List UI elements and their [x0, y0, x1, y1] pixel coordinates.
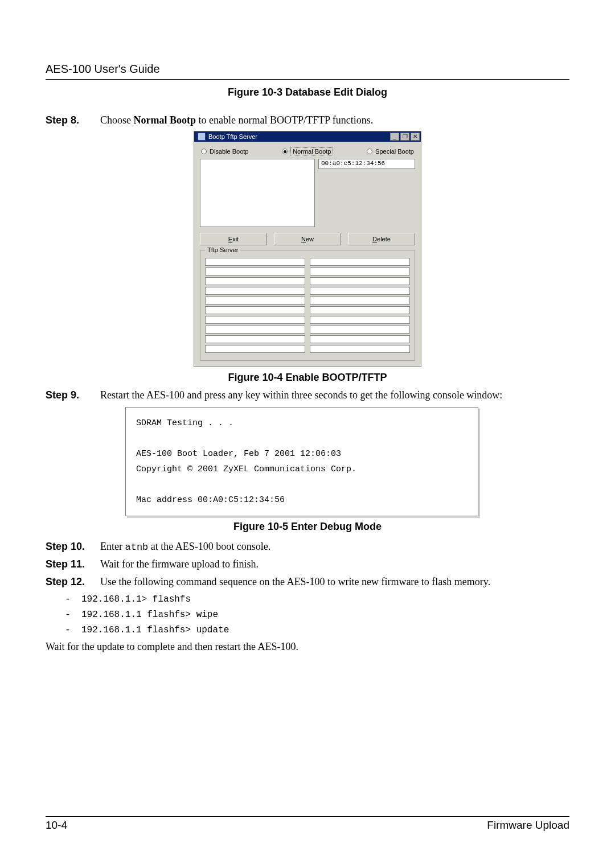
mac-address-input[interactable]: 00:a0:c5:12:34:56: [318, 159, 415, 169]
exit-rest: xit: [232, 236, 239, 242]
tftp-cell[interactable]: [205, 268, 305, 275]
tftp-row-3: [205, 277, 410, 285]
command-3: 192.168.1.1 flashfs> update: [81, 625, 229, 635]
tftp-row-10: [205, 345, 410, 353]
tftp-cell[interactable]: [310, 316, 410, 324]
step-8-body: Choose Normal Bootp to enable normal BOO…: [100, 114, 569, 126]
tftp-row-9: [205, 335, 410, 343]
tftp-cell[interactable]: [205, 326, 305, 334]
tftp-cell[interactable]: [205, 335, 305, 343]
radio-disable-label: Disable Bootp: [210, 148, 249, 155]
step-10-tt: atnb: [125, 542, 148, 553]
figure-10-4-caption: Figure 10-4 Enable BOOTP/TFTP: [46, 372, 569, 384]
step-11-body: Wait for the firmware upload to finish.: [100, 558, 569, 570]
command-row-2: - 192.168.1.1 flashfs> wipe: [66, 608, 569, 620]
tftp-row-6: [205, 306, 410, 314]
command-row-3: - 192.168.1.1 flashfs> update: [66, 623, 569, 635]
console-line-1: SDRAM Testing . . .: [136, 418, 233, 428]
step-12-label: Step 12.: [46, 576, 92, 588]
command-row-1: - 192.168.1.1> flashfs: [66, 593, 569, 604]
bootp-tftp-window: Bootp Tftp Server _ ❐ ✕ Disable Bootp No…: [194, 131, 421, 367]
step-12: Step 12. Use the following command seque…: [46, 576, 569, 588]
tftp-row-4: [205, 287, 410, 295]
command-1: 192.168.1.1> flashfs: [81, 594, 191, 604]
tftp-cell[interactable]: [310, 277, 410, 285]
radio-icon: [367, 149, 372, 154]
radio-special-bootp[interactable]: Special Bootp: [367, 147, 414, 155]
tftp-row-5: [205, 297, 410, 305]
tftp-cell[interactable]: [310, 335, 410, 343]
tftp-cell[interactable]: [310, 297, 410, 305]
mac-row: 00:a0:c5:12:34:56: [200, 159, 415, 227]
step-9: Step 9. Restart the AES-100 and press an…: [46, 389, 569, 401]
mac-list-box[interactable]: [200, 159, 315, 227]
footer-rule: [46, 816, 569, 817]
command-list: - 192.168.1.1> flashfs - 192.168.1.1 fla…: [66, 593, 569, 635]
maximize-button[interactable]: ❐: [400, 133, 409, 141]
radio-normal-label: Normal Bootp: [290, 147, 333, 155]
footer-page-number: 10-4: [46, 819, 67, 832]
tftp-row-1: [205, 258, 410, 266]
tftp-server-group: Tftp Server: [200, 250, 415, 361]
step-8-suffix: to enable normal BOOTP/TFTP functions.: [196, 114, 373, 126]
header-rule: [46, 79, 569, 80]
tftp-cell[interactable]: [310, 258, 410, 266]
button-row: Exit New Delete: [200, 233, 415, 245]
tftp-row-8: [205, 326, 410, 334]
window-title-bar[interactable]: Bootp Tftp Server _ ❐ ✕: [194, 131, 421, 142]
step-8-prefix: Choose: [100, 114, 134, 126]
radio-disable-bootp[interactable]: Disable Bootp: [201, 147, 249, 155]
exit-button[interactable]: Exit: [200, 233, 267, 245]
console-output: SDRAM Testing . . . AES-100 Boot Loader,…: [125, 407, 478, 516]
closing-text: Wait for the update to complete and then…: [46, 641, 569, 653]
step-10-prefix: Enter: [100, 541, 125, 552]
step-10: Step 10. Enter atnb at the AES-100 boot …: [46, 541, 569, 553]
tftp-group-title: Tftp Server: [205, 246, 240, 253]
radio-special-label: Special Bootp: [375, 148, 414, 155]
tftp-cell[interactable]: [310, 326, 410, 334]
figure-10-5-caption: Figure 10-5 Enter Debug Mode: [46, 521, 569, 533]
running-header: AES-100 User's Guide: [46, 63, 569, 76]
tftp-cell[interactable]: [205, 345, 305, 353]
tftp-cell[interactable]: [205, 306, 305, 314]
radio-row: Disable Bootp Normal Bootp Special Bootp: [200, 145, 415, 159]
radio-icon: [282, 149, 288, 154]
close-button[interactable]: ✕: [411, 133, 420, 141]
tftp-cell[interactable]: [205, 277, 305, 285]
tftp-row-2: [205, 268, 410, 275]
tftp-cell[interactable]: [310, 268, 410, 275]
figure-10-3-caption: Figure 10-3 Database Edit Dialog: [46, 87, 569, 98]
document-page: AES-100 User's Guide Figure 10-3 Databas…: [0, 0, 615, 868]
step-12-body: Use the following command sequence on th…: [100, 576, 569, 588]
new-rest: ew: [306, 236, 314, 242]
new-button[interactable]: New: [274, 233, 341, 245]
page-footer: 10-4 Firmware Upload: [46, 816, 569, 832]
step-11-label: Step 11.: [46, 558, 92, 570]
radio-icon: [201, 149, 207, 154]
tftp-cell[interactable]: [310, 287, 410, 295]
step-11: Step 11. Wait for the firmware upload to…: [46, 558, 569, 570]
step-8-bold: Normal Bootp: [134, 114, 196, 126]
tftp-cell[interactable]: [310, 345, 410, 353]
window-client-area: Disable Bootp Normal Bootp Special Bootp…: [194, 142, 421, 367]
tftp-cell[interactable]: [205, 287, 305, 295]
console-line-6: Mac address 00:A0:C5:12:34:56: [136, 495, 285, 505]
window-title-text: Bootp Tftp Server: [208, 133, 257, 140]
step-9-label: Step 9.: [46, 389, 92, 401]
new-underline: N: [301, 236, 306, 242]
tftp-cell[interactable]: [205, 258, 305, 266]
window-controls: _ ❐ ✕: [390, 133, 420, 141]
tftp-cell[interactable]: [205, 297, 305, 305]
minimize-button[interactable]: _: [390, 133, 399, 141]
tftp-cell[interactable]: [310, 306, 410, 314]
step-8-label: Step 8.: [46, 114, 92, 126]
delete-button[interactable]: Delete: [348, 233, 415, 245]
radio-normal-bootp[interactable]: Normal Bootp: [282, 147, 333, 155]
console-line-4: Copyright © 2001 ZyXEL Communications Co…: [136, 464, 356, 474]
tftp-cell[interactable]: [205, 316, 305, 324]
window-app-icon: [198, 133, 206, 141]
step-8: Step 8. Choose Normal Bootp to enable no…: [46, 114, 569, 126]
console-line-3: AES-100 Boot Loader, Feb 7 2001 12:06:03: [136, 449, 341, 459]
step-10-label: Step 10.: [46, 541, 92, 553]
step-10-body: Enter atnb at the AES-100 boot console.: [100, 541, 569, 553]
